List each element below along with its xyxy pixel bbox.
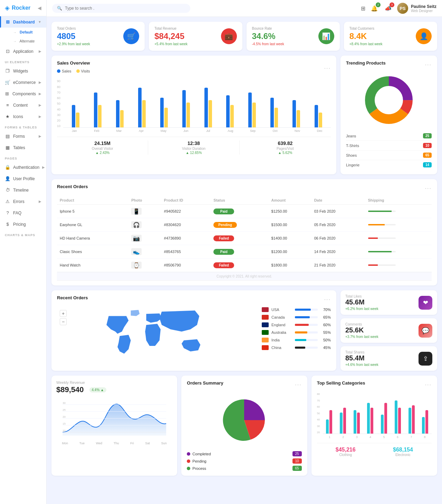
section-label-pages: PAGES — [0, 153, 46, 162]
gb-group-6 — [393, 400, 403, 434]
stat-bounce-label: Bounce Rate — [252, 27, 284, 30]
gb-bar-pink-5 — [384, 403, 387, 434]
top-selling-menu[interactable]: ··· — [425, 382, 432, 388]
trending-menu[interactable]: ··· — [425, 62, 432, 68]
sidebar-item-components[interactable]: ⊞ Components ▶ — [0, 88, 46, 99]
orders-summary-menu[interactable]: ··· — [295, 382, 301, 388]
sales-legend: Sales Visits — [57, 69, 90, 73]
sidebar-item-faq[interactable]: ? FAQ — [0, 207, 46, 219]
pages-visit-change: ▲ 5.62% — [242, 151, 328, 155]
sales-bar-Apr — [138, 88, 142, 128]
stat-revenue-label: Total Revenue — [154, 27, 188, 30]
sidebar-item-label-dashboard: Dashboard — [13, 20, 35, 25]
bar-group-Sep — [241, 93, 263, 127]
sales-overview-title: Sales Overview — [57, 60, 90, 66]
sidebar-item-application[interactable]: ⊡ Application ▶ — [0, 46, 46, 57]
ecommerce-chevron: ▶ — [39, 80, 41, 84]
bar-chart-area — [63, 79, 331, 128]
sidebar-item-widgets[interactable]: ❐ Widgets — [0, 65, 46, 77]
sidebar-sub-item-alternate[interactable]: Alternate — [0, 37, 46, 46]
bar-month-label-Jun: Jun — [175, 129, 197, 133]
stat-customers-icon: 👤 — [416, 28, 432, 44]
donut-chart-svg — [361, 72, 416, 128]
gb-bar-teal-6 — [395, 400, 397, 434]
stat-orders-value: 4805 — [57, 32, 90, 41]
pie-legend-item-completed: Completed 25 — [187, 451, 301, 456]
sidebar-item-icons[interactable]: ★ Icons ▶ — [0, 111, 46, 122]
forms-icon: ▤ — [5, 134, 10, 139]
sales-bar-May — [160, 98, 164, 128]
side-stats: Total Likes 45.6M +6.2% from last week ❤… — [340, 290, 437, 371]
map-menu[interactable]: ··· — [324, 297, 331, 303]
visits-bar-Dec — [319, 113, 322, 127]
map-and-stats-row: Recent Orders ··· + − — [51, 290, 437, 371]
col-status: Status — [211, 196, 268, 205]
orders-menu[interactable]: ··· — [425, 185, 432, 192]
weekly-day-Tue: Tue — [79, 442, 85, 445]
sales-overview-title-area: Sales Overview Sales Visits — [57, 60, 90, 76]
sidebar-item-forms[interactable]: ▤ Forms ▶ — [0, 130, 46, 142]
overall-visitor-value: 24.15M — [60, 140, 145, 146]
top-selling-cat2: $68,154 Electronic — [393, 447, 413, 457]
auth-icon: 🔒 — [5, 165, 10, 170]
sidebar-item-errors[interactable]: ⚠ Errors ▶ — [0, 196, 46, 207]
bar-stat-pages: 639.82 Pages/Visit ▲ 5.62% — [240, 140, 331, 155]
trending-item-lingerie: Lingerie 14 — [346, 160, 432, 169]
sales-bar-Jan — [72, 105, 75, 127]
bar-month-label-Apr: Apr — [130, 129, 153, 133]
bar-group-Apr — [131, 88, 153, 128]
svg-text:10: 10 — [63, 429, 66, 432]
sales-bar-Aug — [226, 95, 230, 128]
bar-stat-duration: 12:38 Visitor Duration ▲ 12.65% — [148, 140, 239, 155]
trending-header: Trending Products ··· — [346, 60, 432, 69]
sidebar-sub-item-default[interactable]: Default — [0, 28, 46, 37]
overall-visitor-label: Overall Visitor — [60, 147, 145, 151]
sidebar-item-authentication[interactable]: 🔒 Authentication ▶ — [0, 162, 46, 173]
sidebar-item-ecommerce[interactable]: 🛒 eCommerce ▶ — [0, 77, 46, 88]
gb-label-3: 3 — [350, 435, 363, 439]
weekly-day-Wed: Wed — [96, 442, 102, 445]
weekly-value-row: $89,540 4.4% ▲ — [56, 385, 172, 394]
bar-month-label-Oct: Oct — [264, 129, 286, 133]
country-item-china: China 45% — [262, 345, 331, 350]
sidebar-item-timeline[interactable]: ⏱ Timeline — [0, 184, 46, 196]
search-input[interactable] — [65, 6, 185, 11]
world-map-svg — [57, 307, 258, 362]
gb-bar-teal-5 — [381, 415, 384, 434]
sidebar-item-user-profile[interactable]: 👤 User Profile — [0, 173, 46, 184]
user-avatar-area[interactable]: PS Pauline Seitz Web Designer — [397, 3, 436, 14]
pages-visit-value: 639.82 — [242, 140, 328, 146]
side-stat-card-total-likes: Total Likes 45.6M +6.2% from last week ❤ — [340, 290, 437, 315]
stat-card-revenue: Total Revenue $84,245 +5.4% from last we… — [149, 22, 242, 51]
country-item-england: England 60% — [262, 322, 331, 327]
grid-view-icon[interactable]: ⊞ — [361, 5, 365, 12]
gb-bar-teal-3 — [354, 410, 356, 434]
stat-customers-label: Total Customers — [349, 27, 383, 30]
sidebar-item-content[interactable]: ≡ Content ▶ — [0, 99, 46, 111]
country-item-canada: Canada 65% — [262, 315, 331, 320]
map-card: Recent Orders ··· + − — [51, 290, 336, 371]
topbar: 🔍 ⊞ 🔔 2 📣 3 PS Pauline Seitz Web Designe… — [47, 0, 442, 17]
country-item-australia: Australia 55% — [262, 330, 331, 335]
sidebar-item-dashboard[interactable]: ⊞ Dashboard ▼ — [0, 16, 46, 28]
col-shipping: Shipping — [365, 196, 432, 205]
stat-revenue-icon: 💼 — [221, 28, 237, 44]
stat-revenue-change: +5.4% from last week — [154, 42, 188, 46]
sales-overview-menu[interactable]: ··· — [324, 65, 331, 71]
sales-bar-Sep — [248, 93, 252, 127]
visits-bar-Nov — [297, 110, 300, 128]
sidebar-item-tables[interactable]: ▦ Tables — [0, 142, 46, 153]
message-badge: 3 — [390, 2, 394, 7]
bar-group-Jan — [65, 105, 87, 127]
weekly-day-Thu: Thu — [114, 442, 119, 445]
timeline-icon: ⏱ — [5, 187, 10, 193]
message-button[interactable]: 📣 3 — [383, 4, 393, 13]
gb-label-4: 4 — [364, 435, 377, 439]
sidebar-collapse-button[interactable]: ◀ — [38, 5, 41, 11]
sidebar-item-pricing[interactable]: $ Pricing — [0, 219, 46, 230]
stat-customers-value: 8.4K — [349, 32, 383, 41]
notification-bell-button[interactable]: 🔔 2 — [369, 4, 379, 13]
top-selling-bars-area: 12345678 — [323, 392, 432, 439]
stat-orders-icon: 🛒 — [123, 28, 139, 44]
top-selling-header: Top Selling Categories ··· — [317, 380, 432, 389]
